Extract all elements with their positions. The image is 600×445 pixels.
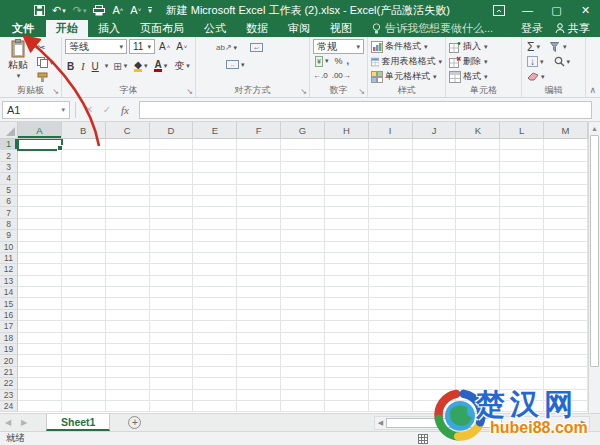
cell-H13[interactable] bbox=[325, 276, 369, 287]
cell-B9[interactable] bbox=[62, 230, 106, 241]
cell-D2[interactable] bbox=[150, 150, 194, 161]
insert-cells-button[interactable]: 插入▾ bbox=[449, 39, 518, 54]
cell-F5[interactable] bbox=[237, 185, 281, 196]
cell-E13[interactable] bbox=[193, 276, 237, 287]
cell-A11[interactable] bbox=[18, 253, 62, 264]
cell-K20[interactable] bbox=[456, 355, 500, 366]
cell-C9[interactable] bbox=[106, 230, 150, 241]
cell-G2[interactable] bbox=[281, 150, 325, 161]
cell-H2[interactable] bbox=[325, 150, 369, 161]
cell-D1[interactable] bbox=[150, 139, 194, 150]
cell-E11[interactable] bbox=[193, 253, 237, 264]
cell-M4[interactable] bbox=[544, 173, 588, 184]
cell-E18[interactable] bbox=[193, 333, 237, 344]
sheet-nav-left-icon[interactable]: ◀ bbox=[0, 414, 16, 431]
cell-A18[interactable] bbox=[18, 333, 62, 344]
row-header-3[interactable]: 3 bbox=[0, 162, 18, 173]
cell-D21[interactable] bbox=[150, 367, 194, 378]
cell-F1[interactable] bbox=[237, 139, 281, 150]
wrap-text-button[interactable]: ↩ bbox=[250, 43, 263, 52]
cell-B12[interactable] bbox=[62, 264, 106, 275]
cell-F3[interactable] bbox=[237, 162, 281, 173]
tab-file[interactable]: 文件 bbox=[0, 20, 46, 37]
cell-A1[interactable] bbox=[18, 139, 62, 150]
cell-L6[interactable] bbox=[500, 196, 544, 207]
cell-H11[interactable] bbox=[325, 253, 369, 264]
tab-review[interactable]: 审阅 bbox=[278, 20, 320, 37]
cell-K12[interactable] bbox=[456, 264, 500, 275]
comma-style-button[interactable]: , bbox=[346, 56, 349, 66]
borders-button[interactable]: ⊞▾ bbox=[111, 60, 129, 73]
cell-M14[interactable] bbox=[544, 287, 588, 298]
cell-M11[interactable] bbox=[544, 253, 588, 264]
cell-F21[interactable] bbox=[237, 367, 281, 378]
cell-M3[interactable] bbox=[544, 162, 588, 173]
cell-E19[interactable] bbox=[193, 344, 237, 355]
cell-B18[interactable] bbox=[62, 333, 106, 344]
cell-C13[interactable] bbox=[106, 276, 150, 287]
cell-M1[interactable] bbox=[544, 139, 588, 150]
cell-B23[interactable] bbox=[62, 390, 106, 401]
cell-H24[interactable] bbox=[325, 401, 369, 412]
name-box-dropdown-icon[interactable]: ▾ bbox=[61, 106, 65, 114]
cell-I19[interactable] bbox=[369, 344, 413, 355]
cell-J20[interactable] bbox=[413, 355, 457, 366]
cell-B1[interactable] bbox=[62, 139, 106, 150]
cell-C7[interactable] bbox=[106, 207, 150, 218]
cell-A7[interactable] bbox=[18, 207, 62, 218]
cell-G10[interactable] bbox=[281, 242, 325, 253]
cell-F16[interactable] bbox=[237, 310, 281, 321]
cell-J18[interactable] bbox=[413, 333, 457, 344]
cell-A2[interactable] bbox=[18, 150, 62, 161]
share-button[interactable]: 共享 bbox=[555, 21, 590, 36]
cell-K14[interactable] bbox=[456, 287, 500, 298]
format-cells-button[interactable]: 格式▾ bbox=[449, 69, 518, 84]
row-header-21[interactable]: 21 bbox=[0, 367, 18, 378]
cell-G23[interactable] bbox=[281, 390, 325, 401]
cell-L11[interactable] bbox=[500, 253, 544, 264]
scroll-up-icon[interactable]: ▲ bbox=[589, 122, 600, 135]
cell-H12[interactable] bbox=[325, 264, 369, 275]
cell-J6[interactable] bbox=[413, 196, 457, 207]
cell-L9[interactable] bbox=[500, 230, 544, 241]
cell-B14[interactable] bbox=[62, 287, 106, 298]
cell-I2[interactable] bbox=[369, 150, 413, 161]
cell-L12[interactable] bbox=[500, 264, 544, 275]
cell-M22[interactable] bbox=[544, 378, 588, 389]
alignment-dialog-launcher-icon[interactable]: ↘ bbox=[300, 88, 307, 96]
cell-D17[interactable] bbox=[150, 321, 194, 332]
cell-I13[interactable] bbox=[369, 276, 413, 287]
cell-E17[interactable] bbox=[193, 321, 237, 332]
cell-J23[interactable] bbox=[413, 390, 457, 401]
fill-button[interactable]: ↓▾ bbox=[525, 55, 546, 68]
cell-M10[interactable] bbox=[544, 242, 588, 253]
column-header-G[interactable]: G bbox=[281, 122, 325, 138]
cell-G19[interactable] bbox=[281, 344, 325, 355]
column-header-F[interactable]: F bbox=[237, 122, 281, 138]
maximize-icon[interactable]: ▢ bbox=[542, 0, 571, 20]
font-color-button[interactable]: A▾ bbox=[152, 59, 169, 73]
cell-H20[interactable] bbox=[325, 355, 369, 366]
cell-A21[interactable] bbox=[18, 367, 62, 378]
cell-M24[interactable] bbox=[544, 401, 588, 412]
sort-filter-button[interactable]: ▾ bbox=[548, 41, 569, 53]
cancel-icon[interactable]: ✕ bbox=[81, 104, 97, 115]
cell-C20[interactable] bbox=[106, 355, 150, 366]
row-header-2[interactable]: 2 bbox=[0, 150, 18, 161]
cell-F15[interactable] bbox=[237, 298, 281, 309]
cell-E1[interactable] bbox=[193, 139, 237, 150]
bold-button[interactable]: B bbox=[65, 60, 76, 73]
copy-button[interactable]: ▾ bbox=[35, 56, 56, 69]
cell-D7[interactable] bbox=[150, 207, 194, 218]
cell-G6[interactable] bbox=[281, 196, 325, 207]
cell-L16[interactable] bbox=[500, 310, 544, 321]
row-header-22[interactable]: 22 bbox=[0, 378, 18, 389]
cell-C5[interactable] bbox=[106, 185, 150, 196]
cell-E14[interactable] bbox=[193, 287, 237, 298]
cell-H19[interactable] bbox=[325, 344, 369, 355]
tab-data[interactable]: 数据 bbox=[236, 20, 278, 37]
cell-G5[interactable] bbox=[281, 185, 325, 196]
cell-I11[interactable] bbox=[369, 253, 413, 264]
cell-F17[interactable] bbox=[237, 321, 281, 332]
cell-M18[interactable] bbox=[544, 333, 588, 344]
